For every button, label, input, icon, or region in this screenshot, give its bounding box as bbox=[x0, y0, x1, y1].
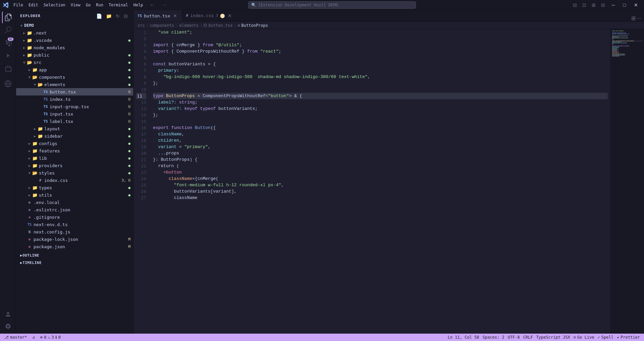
sidebar-item-label-tsx[interactable]: ▶ TS label.tsx U bbox=[16, 118, 133, 125]
activity-remote[interactable] bbox=[2, 78, 14, 90]
menu-selection[interactable]: Selection bbox=[42, 2, 67, 8]
new-file-button[interactable]: 📄 bbox=[95, 13, 103, 19]
status-branch[interactable]: ⎇ master* bbox=[3, 334, 29, 341]
prettier-text: Prettier bbox=[621, 335, 640, 340]
menu-terminal[interactable]: Terminal bbox=[107, 2, 130, 8]
menu-edit[interactable]: Edit bbox=[26, 2, 40, 8]
sidebar-item-lib[interactable]: ▶ 📁 lib ● bbox=[16, 154, 133, 162]
sidebar-item-sidebar-dir[interactable]: ▶ 📁 sidebar ● bbox=[16, 132, 133, 140]
lib-badge: ● bbox=[128, 156, 130, 160]
sidebar-item-env-local[interactable]: ▶ ⚙ .env.local bbox=[16, 199, 133, 206]
sidebar-item-next[interactable]: ▶ 📁 .next bbox=[16, 29, 133, 37]
layout-icon-3[interactable]: ⊞ bbox=[590, 2, 598, 8]
sidebar-item-vscode[interactable]: ▶ 📁 .vscode ● bbox=[16, 37, 133, 44]
status-go-live[interactable]: ⊙ Go Live bbox=[572, 334, 596, 341]
menu-help[interactable]: Help bbox=[131, 2, 145, 8]
status-encoding[interactable]: UTF-8 bbox=[506, 334, 521, 341]
public-chevron-icon: ▶ bbox=[21, 52, 27, 58]
sidebar-item-node-modules[interactable]: ▶ 📁 node_modules bbox=[16, 44, 133, 51]
layout-icon-4[interactable]: ⊟ bbox=[599, 2, 607, 8]
close-button[interactable]: ✕ bbox=[631, 2, 641, 8]
status-language[interactable]: TypeScript JSX bbox=[535, 334, 572, 341]
tab-button-tsx-label: button.tsx bbox=[144, 13, 170, 18]
titlebar-search[interactable]: 🔍 [Extension Development Host] DEMO bbox=[248, 1, 416, 9]
sidebar-item-next-config[interactable]: ▶ N next.config.js bbox=[16, 228, 133, 235]
nav-back-button[interactable]: ← bbox=[148, 2, 157, 8]
layout-icon-2[interactable]: ⊡ bbox=[580, 2, 588, 8]
menu-file[interactable]: File bbox=[11, 2, 25, 8]
status-position[interactable]: Ln 11, Col 58 bbox=[446, 334, 481, 341]
tab-button-tsx-close[interactable]: ✕ bbox=[172, 13, 178, 18]
code-content[interactable]: "use client"; import { cnMerge } from "@… bbox=[150, 29, 610, 334]
status-spaces[interactable]: Spaces: 2 bbox=[481, 334, 506, 341]
refresh-button[interactable]: ↻ bbox=[114, 13, 121, 19]
status-prettier[interactable]: ✦ Prettier bbox=[615, 334, 641, 341]
breadcrumb-button-props[interactable]: ButtonProps bbox=[241, 23, 268, 28]
status-sync[interactable]: ↺ bbox=[31, 334, 36, 341]
sidebar-item-components[interactable]: ▼ 📂 components ● bbox=[16, 73, 133, 81]
gitignore-label: .gitignore bbox=[34, 215, 130, 220]
activity-explorer[interactable] bbox=[2, 11, 14, 23]
collapse-all-button[interactable]: ⊟ bbox=[122, 13, 129, 19]
breadcrumb-elements[interactable]: elements bbox=[179, 23, 199, 28]
activity-account[interactable] bbox=[2, 308, 14, 320]
sidebar-item-next-env[interactable]: ▶ TS next-env.d.ts bbox=[16, 221, 133, 228]
timeline-section-header[interactable]: ▶ TIMELINE bbox=[16, 259, 133, 266]
sidebar-item-public[interactable]: ▶ 📁 public ● bbox=[16, 51, 133, 59]
minimize-button[interactable]: ─ bbox=[608, 2, 619, 8]
activity-extensions[interactable] bbox=[2, 62, 14, 74]
breadcrumb-src[interactable]: src bbox=[138, 23, 145, 28]
tab-button-tsx[interactable]: TS button.tsx ✕ bbox=[133, 10, 182, 21]
warning-count: 3 bbox=[52, 335, 54, 340]
activity-run-debug[interactable] bbox=[2, 50, 14, 62]
sidebar-item-eslintrc[interactable]: ▶ ⊚ .eslintrc.json bbox=[16, 206, 133, 213]
split-editor-button[interactable]: ⊞ bbox=[631, 15, 636, 21]
activity-search[interactable] bbox=[2, 24, 14, 36]
maximize-button[interactable]: □ bbox=[620, 2, 629, 8]
new-folder-button[interactable]: 📁 bbox=[105, 13, 113, 19]
elements-badge: ● bbox=[128, 82, 130, 87]
status-line-ending[interactable]: CRLF bbox=[522, 334, 534, 341]
menu-go[interactable]: Go bbox=[84, 2, 93, 8]
sidebar-item-src[interactable]: ▼ 📂 src ● bbox=[16, 59, 133, 66]
sidebar-item-utils[interactable]: ▶ 📁 utils ● bbox=[16, 191, 133, 199]
nav-forward-button[interactable]: → bbox=[160, 2, 169, 8]
more-actions-button[interactable]: ··· bbox=[637, 15, 641, 21]
tab-index-css-close[interactable]: ✕ bbox=[227, 13, 232, 18]
tab-index-css[interactable]: # index.css 3 ⬤ ✕ bbox=[182, 10, 237, 21]
sidebar-item-input-group-tsx[interactable]: ▶ TS input-group.tsx U bbox=[16, 103, 133, 110]
activity-source-control[interactable]: 46 bbox=[2, 37, 14, 49]
layout-icon-1[interactable]: ⊟ bbox=[571, 2, 579, 8]
sidebar-item-app[interactable]: ▶ 📁 app ● bbox=[16, 66, 133, 73]
configs-badge: ● bbox=[128, 141, 130, 146]
sidebar-item-styles[interactable]: ▼ 📂 styles ● bbox=[16, 169, 133, 177]
tab-index-css-icon: # bbox=[186, 13, 189, 18]
breadcrumb-sep-4: › bbox=[234, 23, 236, 28]
sidebar-item-index-css[interactable]: ▶ # index.css 3, U bbox=[16, 177, 133, 184]
menu-view[interactable]: View bbox=[69, 2, 83, 8]
breadcrumb-components[interactable]: components bbox=[150, 23, 174, 28]
status-errors[interactable]: ⊗ 0 ⚠ 3 ℹ 0 bbox=[39, 334, 62, 341]
index-ts-badge: U bbox=[128, 97, 130, 101]
sidebar-item-button-tsx[interactable]: ▶ TS button.tsx U bbox=[16, 88, 133, 95]
features-badge: ● bbox=[128, 149, 130, 153]
sidebar-item-index-ts[interactable]: ▶ TS index.ts U bbox=[16, 95, 133, 103]
sidebar-item-types[interactable]: ▶ 📁 types ● bbox=[16, 184, 133, 191]
src-chevron-icon: ▼ bbox=[21, 60, 27, 65]
sidebar-item-input-tsx[interactable]: ▶ TS input.tsx U bbox=[16, 110, 133, 118]
input-group-tsx-badge: U bbox=[128, 105, 130, 109]
activity-settings[interactable] bbox=[2, 320, 14, 332]
sidebar-item-elements[interactable]: ▼ 📂 elements ● bbox=[16, 81, 133, 88]
sidebar-root[interactable]: ▼ DEMO bbox=[16, 22, 133, 29]
outline-section-header[interactable]: ▶ OUTLINE bbox=[16, 252, 133, 259]
sidebar-item-configs[interactable]: ▶ 📁 configs ● bbox=[16, 140, 133, 147]
sidebar-item-layout[interactable]: ▶ 📁 layout ● bbox=[16, 125, 133, 132]
sidebar-item-package-json[interactable]: ▶ ⊕ package.json M bbox=[16, 243, 133, 250]
status-spell[interactable]: ✓ Spell bbox=[596, 334, 615, 341]
sidebar-item-providers[interactable]: ▶ 📁 providers ● bbox=[16, 162, 133, 169]
breadcrumb-button-tsx[interactable]: button.tsx bbox=[208, 23, 232, 28]
sidebar-item-features[interactable]: ▶ 📁 features ● bbox=[16, 147, 133, 154]
sidebar-item-package-lock[interactable]: ▶ ⊕ package-lock.json M bbox=[16, 235, 133, 243]
sidebar-item-gitignore[interactable]: ▶ ⎈ .gitignore bbox=[16, 213, 133, 221]
menu-run[interactable]: Run bbox=[94, 2, 105, 8]
